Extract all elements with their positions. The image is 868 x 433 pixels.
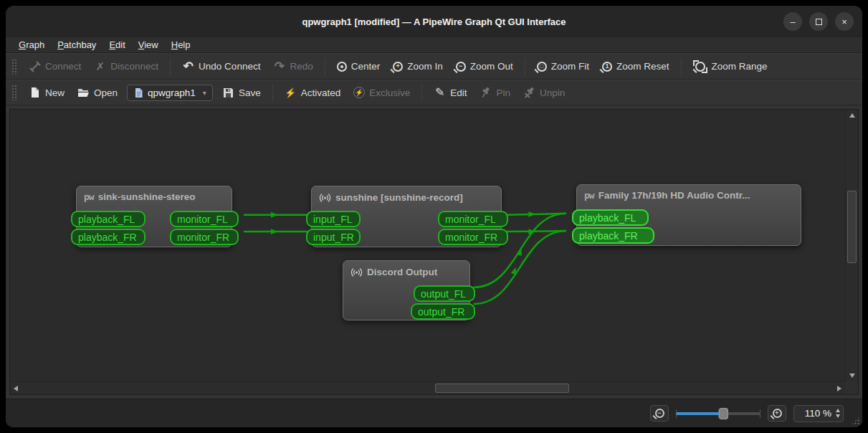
connect-icon <box>29 60 41 72</box>
connect-button[interactable]: Connect <box>22 57 87 75</box>
minimize-button[interactable]: – <box>783 12 802 31</box>
edit-button[interactable]: ✎ Edit <box>427 84 473 102</box>
zoom-fit-icon: □ <box>537 62 547 72</box>
redo-button[interactable]: ↷ Redo <box>267 57 319 75</box>
spin-down-button[interactable] <box>836 414 840 418</box>
zoom-in-button[interactable]: + Zoom In <box>386 58 449 75</box>
save-button[interactable]: Save <box>216 84 267 102</box>
port-playback-fr[interactable]: playback_FR <box>71 229 146 245</box>
port-monitor-fr[interactable]: monitor_FR <box>438 229 508 245</box>
patchbay-current-name: qpwgraph1 <box>148 87 196 98</box>
menu-patchbay[interactable]: Patchbay <box>52 39 102 51</box>
spin-up-button[interactable] <box>836 409 840 412</box>
audio-app-icon <box>319 191 331 204</box>
scroll-up-button[interactable] <box>846 110 858 121</box>
zoom-fit-label: Zoom Fit <box>551 61 589 72</box>
node-sink-sunshine-stereo[interactable]: pw sink-sunshine-stereo playback_FL play… <box>76 186 232 247</box>
zoom-range-icon <box>693 60 707 73</box>
node-discord-output[interactable]: Discord Output output_FL output_FR <box>343 260 470 320</box>
horizontal-scrollbar[interactable] <box>10 381 845 394</box>
disconnect-button[interactable]: ✗ Disconnect <box>87 57 165 75</box>
horizontal-scroll-thumb[interactable] <box>435 384 569 393</box>
zoom-in-label: Zoom In <box>407 61 443 72</box>
maximize-button[interactable] <box>809 12 828 31</box>
app-window: qpwgraph1 [modified] — A PipeWire Graph … <box>6 6 862 427</box>
port-input-fr[interactable]: input_FR <box>306 229 361 245</box>
pin-icon <box>480 87 492 99</box>
menu-edit[interactable]: Edit <box>103 39 130 51</box>
menu-view[interactable]: View <box>133 39 164 51</box>
resize-grip[interactable] <box>851 416 860 425</box>
exclusive-lightning-icon: ⚡ <box>353 87 365 98</box>
title-bar[interactable]: qpwgraph1 [modified] — A PipeWire Graph … <box>6 6 862 37</box>
port-output-fr[interactable]: output_FR <box>411 303 475 320</box>
center-icon <box>337 62 347 72</box>
port-output-fl[interactable]: output_FL <box>414 285 475 302</box>
disconnect-icon: ✗ <box>94 60 106 72</box>
toolbar-drag-handle[interactable] <box>11 85 16 100</box>
node-title: sunshine [sunshine-record] <box>335 192 463 203</box>
status-zoom-out-button[interactable]: − <box>650 405 669 422</box>
activated-button[interactable]: ⚡ Activated <box>278 84 348 102</box>
port-monitor-fl[interactable]: monitor_FL <box>438 211 508 227</box>
patchbay-selector[interactable]: qpwgraph1 ▾ <box>127 85 213 101</box>
node-title: Discord Output <box>367 267 437 277</box>
toolbar-separator <box>325 58 325 75</box>
pipewire-icon: pw <box>84 191 94 202</box>
toolbar-separator <box>421 84 422 101</box>
maximize-icon <box>816 19 822 25</box>
node-sunshine[interactable]: sunshine [sunshine-record] input_FL inpu… <box>311 186 502 247</box>
center-button[interactable]: Center <box>330 58 387 75</box>
vertical-scrollbar[interactable] <box>845 110 858 381</box>
zoom-percent-value: 110 % <box>800 408 831 419</box>
zoom-fit-button[interactable]: □ Zoom Fit <box>530 58 596 75</box>
close-button[interactable]: × <box>835 12 854 31</box>
zoom-range-button[interactable]: Zoom Range <box>687 57 774 76</box>
center-label: Center <box>351 61 381 72</box>
port-input-fl[interactable]: input_FL <box>306 211 361 227</box>
new-file-icon <box>29 87 41 99</box>
toolbar-drag-handle[interactable] <box>11 59 16 75</box>
zoom-percent-spinbox[interactable]: 110 % <box>793 405 844 422</box>
open-button[interactable]: Open <box>71 84 124 102</box>
exclusive-button[interactable]: ⚡ Exclusive <box>347 84 416 101</box>
new-button[interactable]: New <box>22 84 71 102</box>
main-area: pw sink-sunshine-stereo playback_FL play… <box>6 105 862 399</box>
audio-app-icon <box>350 266 363 278</box>
menu-help[interactable]: Help <box>166 39 196 51</box>
pin-button[interactable]: Pin <box>474 84 518 102</box>
port-monitor-fr[interactable]: monitor_FR <box>170 229 239 245</box>
port-playback-fl[interactable]: playback_FL <box>71 211 146 227</box>
save-icon <box>222 87 234 99</box>
zoom-out-icon: − <box>655 409 664 418</box>
zoom-reset-button[interactable]: 1 Zoom Reset <box>596 58 676 75</box>
close-icon: × <box>841 16 847 27</box>
activated-lightning-icon: ⚡ <box>285 87 297 99</box>
graph-canvas[interactable]: pw sink-sunshine-stereo playback_FL play… <box>10 110 845 381</box>
chevron-down-icon: ▾ <box>203 89 206 97</box>
open-label: Open <box>94 87 118 98</box>
connect-label: Connect <box>45 61 81 72</box>
port-playback-fr[interactable]: playback_FR <box>572 227 654 244</box>
zoom-slider-handle[interactable] <box>719 408 728 419</box>
pin-label: Pin <box>497 87 511 98</box>
scroll-right-button[interactable] <box>834 383 845 394</box>
port-monitor-fl[interactable]: monitor_FL <box>170 211 239 227</box>
node-title: sink-sunshine-stereo <box>98 191 196 202</box>
scroll-down-button[interactable] <box>846 370 858 381</box>
undo-connect-button[interactable]: ↶ Undo Connect <box>176 57 267 75</box>
scroll-left-button[interactable] <box>10 383 22 394</box>
zoom-out-button[interactable]: − Zoom Out <box>449 58 520 75</box>
zoom-slider[interactable] <box>676 408 760 419</box>
unpin-button[interactable]: Unpin <box>517 84 571 102</box>
port-playback-fl[interactable]: playback_FL <box>572 209 649 226</box>
vertical-scroll-thumb[interactable] <box>847 191 857 263</box>
graph-frame: pw sink-sunshine-stereo playback_FL play… <box>9 109 859 395</box>
redo-icon: ↷ <box>273 60 285 72</box>
node-family-hd-audio[interactable]: pw Family 17h/19h HD Audio Contr... play… <box>576 184 801 246</box>
toolbar-separator <box>170 58 171 75</box>
menu-graph[interactable]: Graph <box>13 39 50 51</box>
status-zoom-in-button[interactable]: + <box>768 405 786 422</box>
zoom-reset-label: Zoom Reset <box>616 61 669 72</box>
toolbar-separator <box>525 58 525 75</box>
